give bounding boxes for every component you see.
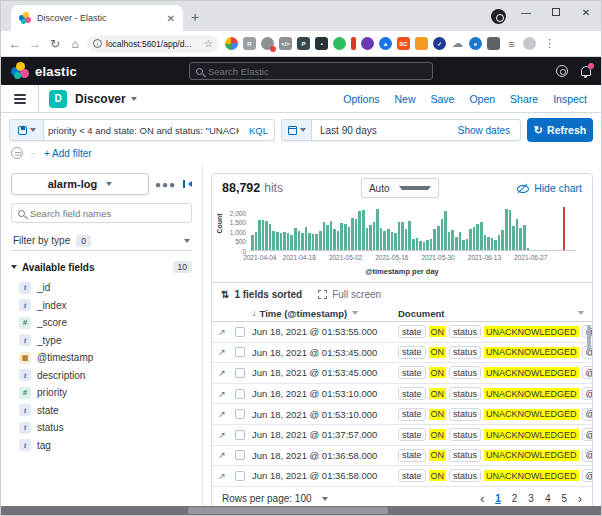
histogram-bar[interactable] <box>337 231 340 250</box>
histogram-bar[interactable] <box>373 222 376 250</box>
histogram-bar[interactable] <box>419 241 422 250</box>
profile-avatar-icon[interactable] <box>523 37 536 50</box>
field-item-_id[interactable]: t_id <box>11 279 192 297</box>
close-button[interactable]: ✕ <box>571 1 601 23</box>
histogram-bar[interactable] <box>430 239 433 250</box>
histogram-bar[interactable] <box>305 227 308 250</box>
row-checkbox[interactable] <box>235 347 245 357</box>
histogram-bar[interactable] <box>301 233 304 250</box>
terminal-extension-icon[interactable]: ▪ <box>315 37 328 50</box>
e-extension-icon[interactable]: e <box>469 37 482 50</box>
histogram-bar[interactable] <box>487 237 490 250</box>
field-item-description[interactable]: tdescription <box>11 367 192 385</box>
global-search[interactable] <box>189 62 433 80</box>
bookmark-star-icon[interactable]: ☆ <box>204 38 213 49</box>
field-search-input[interactable] <box>30 208 185 219</box>
menu-link-new[interactable]: New <box>394 93 415 105</box>
field-item-_index[interactable]: t_index <box>11 297 192 315</box>
page-3[interactable]: 3 <box>528 493 534 504</box>
histogram-bar[interactable] <box>519 228 522 250</box>
field-item-state[interactable]: tstate <box>11 402 192 420</box>
histogram-bar[interactable] <box>287 233 290 250</box>
row-checkbox[interactable] <box>235 450 245 460</box>
histogram-bar[interactable] <box>290 235 293 250</box>
fields-sorted-button[interactable]: ⇅ 1 fields sorted <box>221 289 302 300</box>
field-item-timestamp[interactable]: ▦@timestamp <box>11 349 192 367</box>
date-picker-button[interactable] <box>282 120 312 140</box>
histogram-bar[interactable] <box>333 229 336 250</box>
row-checkbox[interactable] <box>235 430 245 440</box>
expand-document-icon[interactable]: ↗ <box>212 471 232 481</box>
refresh-button[interactable]: ↻Refresh <box>527 118 593 142</box>
maximize-button[interactable] <box>541 1 571 23</box>
redbar-extension-icon[interactable] <box>351 37 356 50</box>
histogram-bar[interactable] <box>315 234 318 250</box>
histogram-bar[interactable] <box>527 248 530 250</box>
histogram-bar[interactable] <box>369 225 372 250</box>
code-extension-icon[interactable]: </> <box>279 37 292 50</box>
expand-document-icon[interactable]: ↗ <box>212 450 232 460</box>
histogram-bar[interactable] <box>426 240 429 250</box>
histogram-bar[interactable] <box>509 210 512 250</box>
histogram-bar[interactable] <box>408 221 411 250</box>
histogram-bar[interactable] <box>251 235 254 250</box>
menu-link-options[interactable]: Options <box>343 93 379 105</box>
document-column-header[interactable]: Document <box>398 308 592 319</box>
histogram-bar[interactable] <box>491 238 494 250</box>
histogram-bar[interactable] <box>319 231 322 250</box>
histogram-bar[interactable] <box>505 209 508 250</box>
histogram-bar[interactable] <box>469 229 472 250</box>
histogram-bar[interactable] <box>280 233 283 250</box>
leaf-extension-icon[interactable] <box>333 37 346 50</box>
reading-list-extension-icon[interactable]: ≡ <box>505 37 518 50</box>
check-extension-icon[interactable]: ✓ <box>433 37 446 50</box>
histogram-bar[interactable] <box>476 224 479 250</box>
histogram-bar[interactable] <box>351 218 354 250</box>
histogram-bar[interactable] <box>512 226 515 250</box>
histogram-bar[interactable] <box>441 219 444 250</box>
cloud-extension-icon[interactable]: ☁ <box>451 37 464 50</box>
histogram-bar[interactable] <box>262 220 265 250</box>
field-search[interactable] <box>11 203 192 223</box>
forward-button[interactable]: → <box>27 37 43 51</box>
histogram-bar[interactable] <box>308 233 311 250</box>
histogram-bar[interactable] <box>348 227 351 250</box>
histogram-bar[interactable] <box>448 232 451 250</box>
expand-document-icon[interactable]: ↗ <box>212 347 232 357</box>
histogram-bar[interactable] <box>484 235 487 250</box>
histogram-bar[interactable] <box>480 222 483 250</box>
app-title[interactable]: Discover <box>75 92 126 106</box>
histogram-bar[interactable] <box>294 228 297 250</box>
menu-link-inspect[interactable]: Inspect <box>553 93 587 105</box>
histogram-bar[interactable] <box>494 240 497 250</box>
p-extension-icon[interactable]: P <box>297 37 310 50</box>
histogram-bar[interactable] <box>466 239 469 250</box>
page-5[interactable]: 5 <box>561 493 567 504</box>
histogram-bar[interactable] <box>276 232 279 250</box>
histogram-bar[interactable] <box>258 220 261 250</box>
histogram-bar[interactable] <box>444 211 447 250</box>
histogram-bar[interactable] <box>298 231 301 250</box>
browser-tab[interactable]: Discover - Elastic ✕ <box>11 5 183 31</box>
puzzle-extension-icon[interactable] <box>487 37 500 50</box>
page-1[interactable]: 1 <box>495 493 501 504</box>
histogram-bar[interactable] <box>516 219 519 250</box>
browser-menu-icon[interactable]: ⋮ <box>540 37 559 50</box>
time-column-header[interactable]: ↓ Time (@timestamp) <box>252 308 398 319</box>
pinwheel-extension-icon[interactable] <box>225 37 238 50</box>
expand-document-icon[interactable]: ↗ <box>212 327 232 337</box>
histogram-bar[interactable] <box>412 239 415 250</box>
histogram-bar[interactable] <box>398 222 401 250</box>
histogram-bar[interactable] <box>312 234 315 250</box>
field-item-status[interactable]: tstatus <box>11 419 192 437</box>
histogram-bar[interactable] <box>459 232 462 250</box>
minimize-button[interactable]: — <box>511 1 541 23</box>
histogram-bar[interactable] <box>394 233 397 250</box>
index-pattern-selector[interactable]: alarm-log <box>11 173 149 195</box>
histogram-bar[interactable] <box>265 221 268 250</box>
full-screen-button[interactable]: Full screen <box>318 289 381 300</box>
available-fields-header[interactable]: Available fields 10 <box>11 261 192 273</box>
histogram-bar[interactable] <box>401 222 404 250</box>
histogram-bar[interactable] <box>462 240 465 250</box>
home-button[interactable]: ⌂ <box>67 37 83 51</box>
